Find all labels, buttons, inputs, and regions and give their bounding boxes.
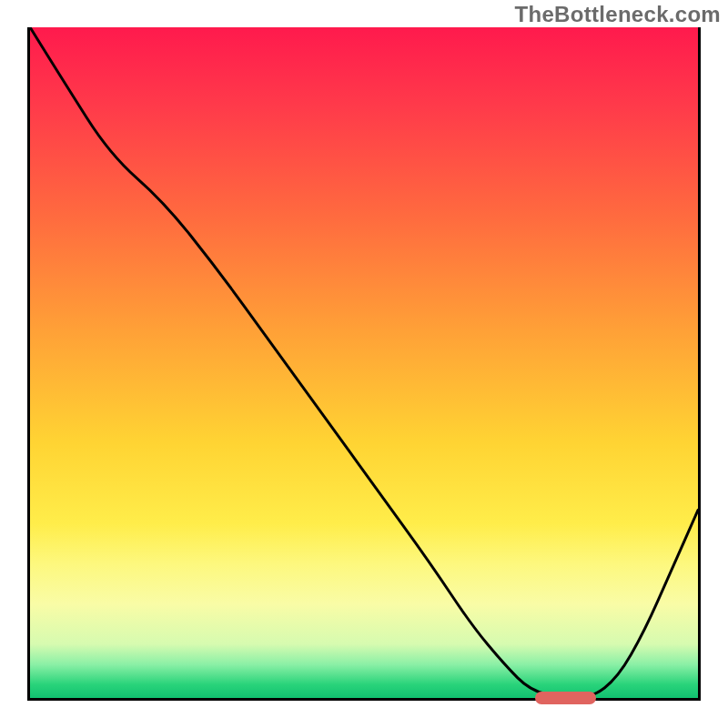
bottleneck-curve — [30, 27, 698, 698]
plot-area — [27, 27, 701, 701]
watermark-text: TheBottleneck.com — [515, 2, 721, 27]
chart-root: TheBottleneck.com — [0, 0, 728, 728]
optimal-marker — [535, 692, 596, 704]
